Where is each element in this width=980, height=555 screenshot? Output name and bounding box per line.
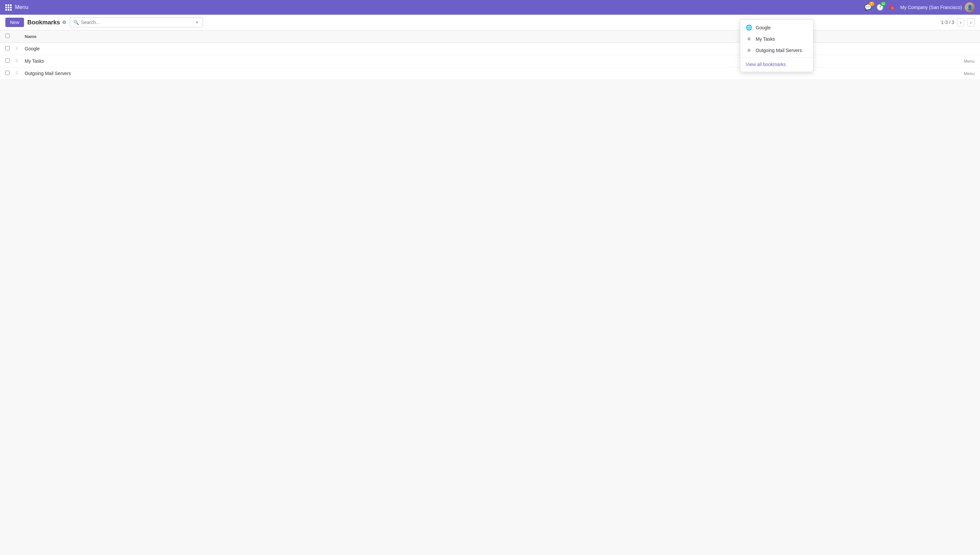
search-container: 🔍 ▾ [70,18,203,27]
list-icon-2: ≡ [746,47,752,53]
notifications-badge: 7 [869,2,874,6]
drag-handle-1[interactable]: ⠿ [15,47,25,51]
apps-icon[interactable] [5,4,12,11]
dropdown-item-google[interactable]: 🌐 Google [740,22,813,34]
company-name: My Company (San Francisco) [900,5,962,10]
notifications-button[interactable]: 💬 7 [864,4,872,11]
bookmark-icon: 🔖 [888,4,896,11]
nav-menu-label[interactable]: Menu [15,4,28,10]
view-all-bookmarks-link[interactable]: View all bookmarks [740,59,813,70]
dropdown-item-label-mytasks: My Tasks [756,36,775,42]
bookmarks-dropdown: 🌐 Google ≡ My Tasks ≡ Outgoing Mail Serv… [740,19,813,72]
new-button[interactable]: New [5,18,24,27]
tasks-badge: 10 [880,2,886,6]
drag-handle-2[interactable]: ⠿ [15,59,25,63]
top-nav: Menu 💬 7 🕐 10 🔖 My Company (San Francisc… [0,0,980,14]
globe-icon: 🌐 [746,24,752,30]
row-checkbox-3[interactable] [5,71,10,75]
dropdown-item-label-outgoing: Outgoing Mail Servers [756,48,802,53]
search-dropdown-arrow[interactable]: ▾ [193,20,199,25]
search-icon: 🔍 [74,20,79,25]
dropdown-item-mytasks[interactable]: ≡ My Tasks [740,34,813,45]
tasks-button[interactable]: 🕐 10 [876,4,884,11]
next-page-button[interactable]: › [967,18,975,26]
row-checkbox-2[interactable] [5,58,10,63]
search-input[interactable] [79,18,192,27]
table-container: Name ⠿ Google ⠿ My Tasks Menu ⠿ Outgoing… [0,30,980,80]
table-header: Name [0,30,980,43]
dropdown-item-outgoing[interactable]: ≡ Outgoing Mail Servers [740,45,813,56]
pagination-text: 1-3 / 3 [941,20,954,25]
col-header-name: Name [25,34,975,39]
user-avatar-image: 👤 [965,2,975,12]
page-title-text: Bookmarks [27,19,60,26]
table-row[interactable]: ⠿ Google [0,43,980,55]
toolbar: New Bookmarks ⚙ 🔍 ▾ 1-3 / 3 ‹ › [0,14,980,30]
table-row[interactable]: ⠿ My Tasks Menu [0,55,980,67]
bookmark-nav-button[interactable]: 🔖 [888,4,896,11]
row-menu-3[interactable]: Menu [948,71,975,76]
company-selector[interactable]: My Company (San Francisco) 👤 [900,2,975,12]
list-icon-1: ≡ [746,36,752,42]
page-title-container: Bookmarks ⚙ [27,19,66,26]
avatar: 👤 [965,2,975,12]
row-checkbox-1[interactable] [5,46,10,50]
settings-icon[interactable]: ⚙ [62,20,66,25]
select-all-checkbox[interactable] [5,34,10,38]
dropdown-item-label-google: Google [756,25,771,30]
drag-handle-3[interactable]: ⠿ [15,71,25,76]
pagination: 1-3 / 3 ‹ › [941,18,975,26]
row-menu-2[interactable]: Menu [948,59,975,64]
table-row[interactable]: ⠿ Outgoing Mail Servers Menu [0,67,980,80]
prev-page-button[interactable]: ‹ [957,18,965,26]
popup-divider [740,57,813,58]
